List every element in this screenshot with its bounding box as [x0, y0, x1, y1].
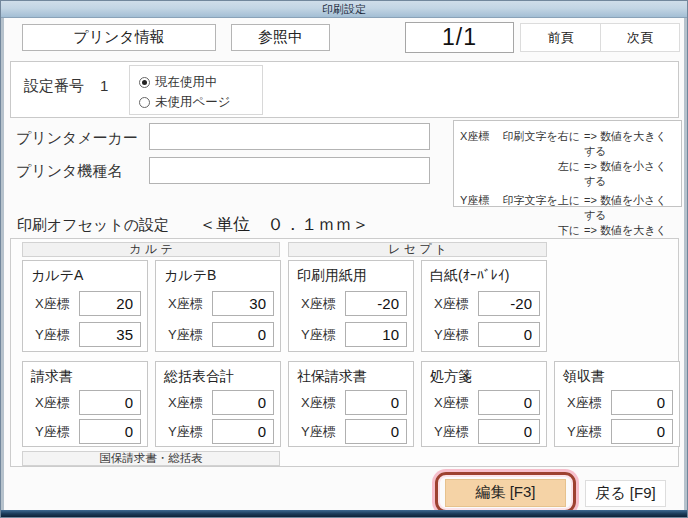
offset-unit-label: ＜単位 ０．１ｍｍ＞: [199, 213, 369, 236]
page-indicator: 1/1: [405, 22, 514, 53]
y-coord-label: Y座標: [434, 326, 478, 344]
x-coord-label: X座標: [168, 295, 212, 313]
y-coord-label: Y座標: [434, 423, 478, 441]
print-settings-dialog: 印刷設定 プリンタ情報 参照中 1/1 前頁 次頁 設定番号1 現在使用中 未使…: [0, 0, 688, 518]
offset-card-receipt: 領収書 X座標 Y座標: [554, 361, 680, 447]
offset-card-invoice: 請求書 X座標 Y座標: [22, 361, 148, 447]
card-title: 請求書: [31, 368, 147, 386]
radio-selected-icon[interactable]: [139, 77, 150, 88]
offset-settings-area: カ ル テ レ セ プ ト カルテA X座標 Y座標 カルテB X座標 Y座標 …: [10, 238, 679, 467]
shaho-invoice-y-input[interactable]: [345, 419, 407, 444]
printer-model-input[interactable]: [149, 157, 430, 184]
window-left-frame: [1, 18, 4, 510]
offset-card-prescription: 処方箋 X座標 Y座標: [421, 361, 547, 447]
x-coord-label: X座標: [168, 394, 212, 412]
karte-b-x-input[interactable]: [212, 291, 274, 316]
y-coord-label: Y座標: [301, 326, 345, 344]
radio-unselected-icon[interactable]: [139, 97, 150, 108]
setting-number-section: 設定番号1 現在使用中 未使用ページ: [10, 61, 679, 118]
offset-section-title: 印刷オフセットの設定: [17, 216, 169, 235]
y-coord-label: Y座標: [567, 423, 611, 441]
setting-number-value: 1: [100, 77, 108, 94]
radio-unused-page[interactable]: 未使用ページ: [139, 92, 262, 112]
usage-radio-group: 現在使用中 未使用ページ: [129, 65, 263, 115]
summary-total-y-input[interactable]: [212, 419, 274, 444]
group-header-receipt: レ セ プ ト: [288, 242, 547, 257]
y-coord-label: Y座標: [301, 423, 345, 441]
blank-overlay-y-input[interactable]: [478, 322, 540, 347]
card-title: 処方箋: [430, 368, 546, 386]
card-title: 領収書: [563, 368, 679, 386]
dialog-titlebar: 印刷設定: [1, 1, 687, 18]
radio-unused-page-label: 未使用ページ: [155, 94, 231, 111]
print-paper-x-input[interactable]: [345, 291, 407, 316]
back-f9-button[interactable]: 戻る [F9]: [585, 480, 666, 507]
offset-card-karte-b: カルテB X座標 Y座標: [155, 260, 281, 352]
coordinate-help-box: X座標 印刷文字を右に => 数値を大きくする 左に => 数値を小さくする Y…: [453, 120, 682, 207]
shaho-invoice-x-input[interactable]: [345, 390, 407, 415]
radio-currently-in-use[interactable]: 現在使用中: [139, 72, 262, 92]
karte-a-x-input[interactable]: [79, 291, 141, 316]
setting-number-label: 設定番号1: [24, 77, 108, 96]
karte-b-y-input[interactable]: [212, 322, 274, 347]
karte-a-y-input[interactable]: [79, 322, 141, 347]
group-header-karte: カ ル テ: [22, 242, 280, 257]
y-coord-label: Y座標: [35, 326, 79, 344]
printer-maker-input[interactable]: [149, 123, 430, 150]
print-paper-y-input[interactable]: [345, 322, 407, 347]
offset-card-summary-total: 総括表合計 X座標 Y座標: [155, 361, 281, 447]
printer-info-button[interactable]: プリンタ情報: [22, 24, 216, 51]
receipt-x-input[interactable]: [611, 390, 673, 415]
blank-overlay-x-input[interactable]: [478, 291, 540, 316]
invoice-y-input[interactable]: [79, 419, 141, 444]
window-bottom-frame: [1, 510, 687, 517]
window-right-frame: [684, 18, 687, 510]
offset-card-print-paper: 印刷用紙用 X座標 Y座標: [288, 260, 414, 352]
x-coord-label: X座標: [35, 295, 79, 313]
prev-page-button[interactable]: 前頁: [520, 23, 601, 52]
printer-maker-label: プリンタメーカー: [16, 129, 138, 148]
summary-total-x-input[interactable]: [212, 390, 274, 415]
receipt-y-input[interactable]: [611, 419, 673, 444]
card-title: 社保請求書: [297, 368, 413, 386]
prescription-y-input[interactable]: [478, 419, 540, 444]
y-coord-label: Y座標: [35, 423, 79, 441]
dialog-title: 印刷設定: [322, 3, 366, 15]
invoice-x-input[interactable]: [79, 390, 141, 415]
help-row: 左に => 数値を小さくする: [460, 159, 675, 189]
help-row: Y座標 印字文字を上に => 数値を小さくする: [460, 193, 675, 223]
help-row: X座標 印刷文字を右に => 数値を大きくする: [460, 129, 675, 159]
radio-currently-in-use-label: 現在使用中: [155, 74, 218, 91]
card-title: 印刷用紙用: [297, 267, 413, 285]
printer-model-label: プリンタ機種名: [16, 162, 122, 181]
offset-card-karte-a: カルテA X座標 Y座標: [22, 260, 148, 352]
y-coord-label: Y座標: [168, 423, 212, 441]
kokuho-invoice-summary-label: 国保請求書・総括表: [22, 451, 280, 466]
x-coord-label: X座標: [434, 394, 478, 412]
viewing-status-button[interactable]: 参照中: [231, 24, 330, 51]
card-title: カルテA: [31, 267, 147, 285]
x-coord-label: X座標: [434, 295, 478, 313]
prescription-x-input[interactable]: [478, 390, 540, 415]
y-coord-label: Y座標: [168, 326, 212, 344]
card-title: 白紙(ｵｰﾊﾞﾚｲ): [430, 267, 546, 285]
x-coord-label: X座標: [35, 394, 79, 412]
x-coord-label: X座標: [301, 394, 345, 412]
offset-card-blank-overlay: 白紙(ｵｰﾊﾞﾚｲ) X座標 Y座標: [421, 260, 547, 352]
offset-card-shaho-invoice: 社保請求書 X座標 Y座標: [288, 361, 414, 447]
next-page-button[interactable]: 次頁: [600, 23, 680, 52]
edit-f3-button[interactable]: 編集 [F3]: [445, 479, 566, 507]
x-coord-label: X座標: [567, 394, 611, 412]
x-coord-label: X座標: [301, 295, 345, 313]
card-title: 総括表合計: [164, 368, 280, 386]
card-title: カルテB: [164, 267, 280, 285]
edit-button-highlight-annotation: 編集 [F3]: [435, 472, 576, 513]
